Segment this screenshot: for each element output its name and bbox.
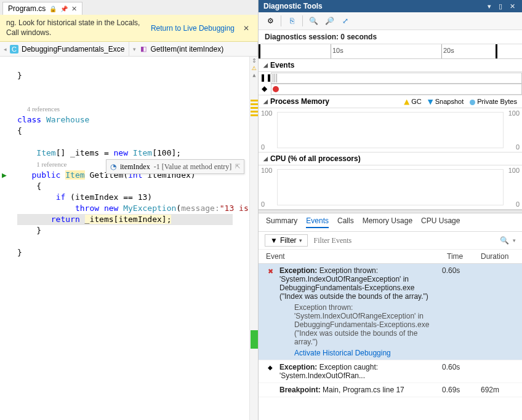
close-icon[interactable]: ✕ xyxy=(241,24,252,33)
legend-snapshot: Snapshot xyxy=(428,98,464,105)
event-duration: 692m xyxy=(481,386,515,394)
datatip-value: -1 [Value at method entry] xyxy=(154,161,232,172)
panel-title-bar: Diagnostic Tools ▾ ▯ ✕ xyxy=(259,0,522,12)
pin-icon[interactable]: ▯ xyxy=(497,2,504,10)
filter-row: ▼ Filter ▾ 🔍 ▾ xyxy=(259,232,522,250)
diamond-icon: ◆ xyxy=(266,363,275,371)
filter-events-input[interactable] xyxy=(314,236,496,245)
datatip[interactable]: ◔ itemIndex -1 [Value at method entry] ⇱ xyxy=(106,159,244,174)
cpu-chart[interactable]: 100 0 100 0 xyxy=(259,165,522,210)
event-detail: Exception thrown: 'System.IndexOutOfRang… xyxy=(279,303,437,346)
legend-private-bytes: Private Bytes xyxy=(470,98,517,105)
warning-text: ng. Look for historical state in the Loc… xyxy=(6,18,145,38)
select-tools-icon[interactable]: ⎘ xyxy=(285,15,299,27)
variable-icon: ◔ xyxy=(110,161,116,172)
method-icon: ◧ xyxy=(139,45,148,53)
return-live-debugging-link[interactable]: Return to Live Debugging xyxy=(151,24,235,33)
event-list[interactable]: ✖ Exception: Exception thrown: 'System.I… xyxy=(259,264,522,420)
chevron-down-icon: ▾ xyxy=(299,237,302,244)
activate-historical-debugging-link[interactable]: Activate Historical Debugging xyxy=(279,349,437,357)
class-icon: C xyxy=(10,45,18,53)
run-icon[interactable]: ▶ xyxy=(2,170,7,181)
column-event[interactable]: Event xyxy=(266,252,447,261)
close-icon[interactable]: ✕ xyxy=(71,5,77,13)
bottom-tabs: Summary Events Calls Memory Usage CPU Us… xyxy=(259,213,522,232)
panel-title: Diagnostic Tools xyxy=(263,2,482,10)
section-cpu[interactable]: ◢ CPU (% of all processors) xyxy=(259,153,522,165)
blank-icon xyxy=(266,386,275,387)
session-label: Diagnostics session: 0 seconds xyxy=(259,30,522,44)
collapse-icon[interactable]: ◢ xyxy=(263,98,268,105)
event-columns: Event Time Duration xyxy=(259,250,522,264)
code-editor[interactable]: } 4 references class Warehouse { Item[] … xyxy=(0,57,258,420)
chevron-left-icon[interactable]: ◂ xyxy=(4,46,7,52)
warning-bar: ng. Look for historical state in the Loc… xyxy=(0,15,258,42)
tab-label: Program.cs xyxy=(8,4,46,13)
filter-events-box[interactable]: 🔍 ▾ xyxy=(314,236,516,245)
memory-chart[interactable]: 100 0 100 0 xyxy=(259,108,522,153)
zoom-in-icon[interactable]: 🔍 xyxy=(307,15,320,27)
exception-icon: ✖ xyxy=(266,266,275,275)
chevron-down-icon[interactable]: ▾ xyxy=(513,237,516,244)
tab-events[interactable]: Events xyxy=(306,216,329,228)
pause-icon: ❚❚ xyxy=(260,73,268,82)
ruler-tick: 20s xyxy=(443,47,454,54)
window-menu-icon[interactable]: ▾ xyxy=(486,2,493,10)
legend-gc: GC xyxy=(404,98,422,105)
reset-zoom-icon[interactable]: ⤢ xyxy=(339,15,352,27)
codelens-references[interactable]: 4 references xyxy=(27,105,60,113)
close-icon[interactable]: ✕ xyxy=(508,2,517,10)
lock-icon: 🔒 xyxy=(49,6,57,12)
memory-legend: GC Snapshot Private Bytes xyxy=(404,98,517,105)
event-lanes[interactable]: ❚❚ ◆ xyxy=(259,72,522,95)
scroll-map[interactable]: ⇕ ⚠ ▴ xyxy=(249,57,258,420)
event-row[interactable]: Breakpoint: Main, Program.cs line 17 0.6… xyxy=(259,383,522,397)
timeline-ruler[interactable]: 10s 20s xyxy=(259,44,522,59)
collapse-icon[interactable]: ◢ xyxy=(263,62,268,68)
pin-icon[interactable]: 📌 xyxy=(60,6,68,12)
event-time: 0.60s xyxy=(442,363,476,371)
tab-memory-usage[interactable]: Memory Usage xyxy=(363,216,412,228)
filter-label: Filter xyxy=(280,236,297,245)
datatip-var: itemIndex xyxy=(120,161,150,172)
breadcrumb-class[interactable]: ◂ C DebuggingFundamentals_Exce xyxy=(0,42,129,56)
section-memory-label: Process Memory xyxy=(270,97,329,106)
breadcrumb-class-label: DebuggingFundamentals_Exce xyxy=(22,45,124,53)
collapse-icon[interactable]: ◢ xyxy=(263,156,268,162)
event-time: 0.69s xyxy=(442,386,476,394)
section-memory[interactable]: ◢ Process Memory GC Snapshot Private Byt… xyxy=(259,95,522,108)
ruler-tick: 10s xyxy=(332,47,343,54)
filter-button[interactable]: ▼ Filter ▾ xyxy=(265,234,308,247)
section-events-label: Events xyxy=(270,61,294,69)
column-duration[interactable]: Duration xyxy=(481,252,515,261)
event-time: 0.60s xyxy=(442,266,476,275)
codelens-references[interactable]: 1 reference xyxy=(36,160,66,168)
document-tabbar: Program.cs 🔒 📌 ✕ xyxy=(0,0,258,15)
tab-cpu-usage[interactable]: CPU Usage xyxy=(421,216,460,228)
tab-summary[interactable]: Summary xyxy=(266,216,297,228)
tab-program-cs[interactable]: Program.cs 🔒 📌 ✕ xyxy=(2,2,82,15)
exception-marker[interactable] xyxy=(273,86,279,92)
tab-calls[interactable]: Calls xyxy=(337,216,354,228)
gear-icon[interactable]: ⚙ xyxy=(263,15,277,27)
section-cpu-label: CPU (% of all processors) xyxy=(270,154,361,163)
event-row[interactable]: ✖ Exception: Exception thrown: 'System.I… xyxy=(259,264,522,360)
chevron-down-icon[interactable]: ▾ xyxy=(133,46,136,52)
up-icon[interactable]: ▴ xyxy=(250,71,258,79)
search-icon[interactable]: 🔍 xyxy=(500,236,509,245)
breadcrumb: ◂ C DebuggingFundamentals_Exce ▾ ◧ GetIt… xyxy=(0,42,258,57)
event-row[interactable]: ◆ Exception: Exception caught: 'System.I… xyxy=(259,360,522,383)
section-events[interactable]: ◢ Events xyxy=(259,59,522,72)
diagnostics-toolbar: ⚙ ⎘ 🔍 🔎 ⤢ xyxy=(259,12,522,30)
zoom-out-icon[interactable]: 🔎 xyxy=(323,15,336,27)
pin-icon[interactable]: ⇱ xyxy=(235,161,240,172)
column-time[interactable]: Time xyxy=(447,252,481,261)
funnel-icon: ▼ xyxy=(270,236,278,245)
breadcrumb-method[interactable]: ▾ ◧ GetItem(int itemIndex) xyxy=(129,42,259,56)
breadcrumb-method-label: GetItem(int itemIndex) xyxy=(151,45,224,53)
diamond-icon: ◆ xyxy=(260,84,268,93)
